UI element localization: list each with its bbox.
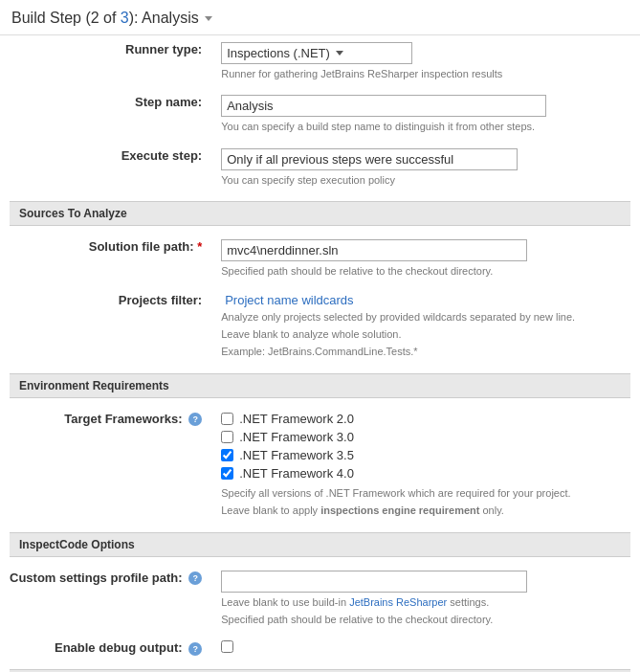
projects-filter-link[interactable]: Project name wildcards [221, 293, 353, 307]
step-name-input[interactable] [221, 95, 546, 117]
framework-checkbox-3[interactable] [221, 467, 233, 480]
profile-path-label: Custom settings profile path: ? [0, 564, 211, 635]
solution-file-hint: Specified path should be relative to the… [221, 264, 630, 279]
framework-label-2: .NET Framework 3.5 [239, 448, 354, 462]
execute-step-row: Execute step: Only if all previous steps… [0, 142, 640, 194]
framework-row-1: .NET Framework 3.0 [221, 430, 630, 444]
target-frameworks-row: Target Frameworks: ? .NET Framework 2.0 … [0, 405, 640, 526]
sources-section-header: Sources To Analyze [10, 201, 630, 226]
execute-step-label: Execute step: [0, 142, 211, 194]
execute-step-select[interactable]: Only if all previous steps were successf… [221, 148, 518, 170]
step-total-link[interactable]: 3 [121, 10, 129, 26]
inspectcode-section-header: InspectCode Options [10, 532, 630, 557]
runner-type-hint: Runner for gathering JetBrains ReSharper… [221, 67, 630, 81]
framework-label-3: .NET Framework 4.0 [239, 466, 354, 481]
framework-row-3: .NET Framework 4.0 [221, 466, 630, 481]
debug-output-row: Enable debug output: ? [0, 634, 640, 662]
execute-step-cell: Only if all previous steps were successf… [211, 142, 640, 194]
solution-file-row: Solution file path: * Specified path sho… [0, 233, 640, 285]
environment-section-row: Environment Requirements [0, 367, 640, 405]
build-failure-section-row: Build failure conditions [0, 662, 640, 672]
runner-type-cell: Inspections (.NET) Runner for gathering … [211, 35, 640, 88]
solution-required-marker: * [197, 239, 202, 254]
projects-filter-cell: Project name wildcards Analyze only proj… [211, 286, 640, 367]
step-name-hint: You can specify a build step name to dis… [221, 120, 630, 134]
profile-hint2: Specified path should be relative to the… [221, 613, 630, 627]
projects-filter-hint1: Analyze only projects selected by provid… [221, 310, 630, 325]
profile-path-cell: Leave blank to use build-in JetBrains Re… [211, 564, 640, 635]
frameworks-hint1: Specify all versions of .NET Framework w… [221, 486, 630, 501]
frameworks-hint2: Leave blank to apply inspections engine … [221, 504, 630, 518]
target-frameworks-cell: .NET Framework 2.0 .NET Framework 3.0 .N… [211, 405, 640, 526]
framework-checkbox-1[interactable] [221, 431, 233, 443]
framework-row-2: .NET Framework 3.5 [221, 448, 630, 462]
framework-label-1: .NET Framework 3.0 [239, 430, 354, 444]
step-name-row: Step name: You can specify a build step … [0, 88, 640, 141]
sources-section-row: Sources To Analyze [0, 194, 640, 233]
resharper-link[interactable]: JetBrains ReSharper [349, 596, 447, 608]
environment-section-header: Environment Requirements [10, 373, 630, 398]
target-frameworks-help-icon[interactable]: ? [188, 413, 202, 426]
profile-path-row: Custom settings profile path: ? Leave bl… [0, 564, 640, 635]
step-current: 2 [91, 10, 99, 26]
framework-label-0: .NET Framework 2.0 [239, 412, 354, 426]
framework-row-0: .NET Framework 2.0 [221, 412, 630, 426]
runner-type-label: Runner type: [0, 35, 211, 88]
runner-type-row: Runner type: Inspections (.NET) Runner f… [0, 35, 640, 88]
inspectcode-section-row: InspectCode Options [0, 526, 640, 564]
page-header: Build Step (2 of 3): Analysis [0, 0, 640, 35]
framework-checkbox-0[interactable] [221, 413, 233, 425]
runner-type-value: Inspections (.NET) [227, 46, 330, 60]
debug-output-label: Enable debug output: ? [0, 634, 211, 662]
runner-type-arrow [336, 51, 343, 56]
projects-filter-hint2: Leave blank to analyze whole solution. [221, 327, 630, 342]
projects-filter-hint3: Example: JetBrains.CommandLine.Tests.* [221, 345, 630, 359]
execute-step-hint: You can specify step execution policy [221, 173, 630, 188]
profile-path-input[interactable] [221, 571, 527, 593]
debug-output-cell [211, 634, 640, 662]
solution-file-label: Solution file path: * [0, 233, 211, 285]
build-step-form: Runner type: Inspections (.NET) Runner f… [0, 35, 640, 672]
projects-filter-label: Projects filter: [0, 286, 211, 367]
target-frameworks-label: Target Frameworks: ? [0, 405, 211, 526]
solution-file-input[interactable] [221, 239, 527, 261]
debug-output-checkbox[interactable] [221, 640, 233, 653]
projects-filter-row: Projects filter: Project name wildcards … [0, 286, 640, 367]
runner-type-select[interactable]: Inspections (.NET) [221, 42, 412, 64]
solution-file-cell: Specified path should be relative to the… [211, 233, 640, 285]
framework-checkbox-2[interactable] [221, 449, 233, 461]
profile-hint1: Leave blank to use build-in JetBrains Re… [221, 595, 630, 610]
execute-step-value: Only if all previous steps were successf… [227, 152, 453, 167]
step-name-cell: You can specify a build step name to dis… [211, 88, 640, 141]
debug-output-help-icon[interactable]: ? [188, 642, 202, 656]
profile-path-help-icon[interactable]: ? [188, 571, 202, 585]
projects-filter-link-text: Project name wildcards [225, 293, 353, 307]
header-dropdown-arrow[interactable] [205, 16, 212, 21]
page-title: Build Step (2 of 3): Analysis [11, 10, 199, 27]
step-name-label: Step name: [0, 88, 211, 141]
